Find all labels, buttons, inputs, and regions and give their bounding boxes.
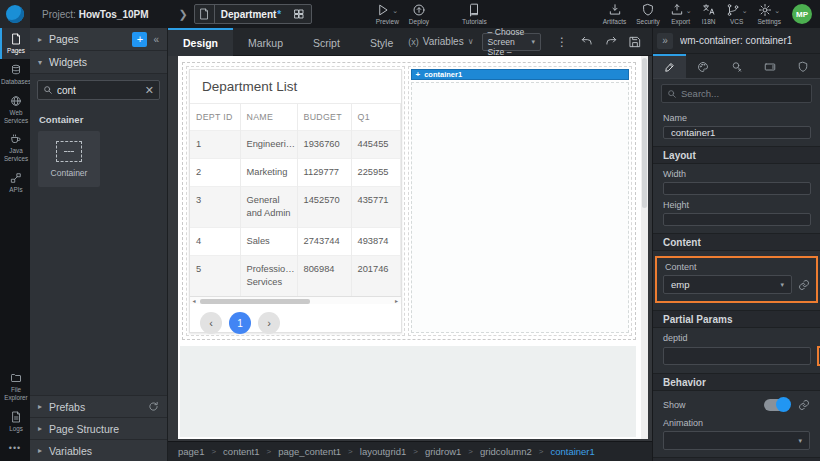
tab-properties[interactable] [653, 54, 686, 78]
bind-show-icon[interactable] [798, 399, 810, 411]
page-structure-section-header[interactable]: ▸ Page Structure [30, 417, 167, 439]
properties-search[interactable] [661, 84, 812, 103]
column-header[interactable]: NAME [240, 104, 297, 131]
user-avatar[interactable]: MP [792, 4, 812, 24]
rail-item-java-services[interactable]: Java Services [0, 128, 30, 167]
table-row[interactable]: 2Marketing1129777225955 [190, 159, 400, 187]
width-input[interactable] [663, 182, 811, 195]
collapse-panel-icon[interactable]: « [153, 34, 159, 45]
breadcrumb-item-page1[interactable]: page1 [178, 446, 204, 457]
widgets-section-header[interactable]: ▾ Widgets [30, 51, 167, 74]
variables-section-header[interactable]: ▸ Variables [30, 439, 167, 461]
modified-indicator: * [277, 9, 281, 20]
more-options-icon[interactable]: ••• [0, 437, 30, 461]
column-header[interactable]: Q1 [351, 104, 400, 131]
container-widget-tile[interactable]: Container [38, 131, 100, 187]
behavior-section-header: Behavior [653, 373, 820, 391]
add-page-button[interactable]: + [132, 32, 147, 47]
widget-search-input[interactable] [57, 85, 145, 96]
properties-search-input[interactable] [681, 88, 806, 99]
selected-container-header[interactable]: + container1 [411, 69, 630, 80]
page-grid-icon[interactable] [287, 8, 311, 20]
department-table-widget[interactable]: Department List DEPT ID NAME BUDGET [189, 69, 402, 333]
canvas-vertical-scrollbar[interactable] [641, 56, 648, 439]
pages-section-header[interactable]: ▸ Pages + « [30, 28, 167, 51]
prefabs-section-header[interactable]: ▸ Prefabs [30, 395, 167, 417]
i18n-button[interactable]: I18N [702, 3, 716, 25]
variables-dropdown[interactable]: (x) Variables ∨ [408, 36, 473, 47]
rail-item-pages[interactable]: Pages [0, 28, 30, 59]
upload-icon [670, 3, 684, 17]
table-horizontal-scrollbar[interactable]: ◂ ▸ [190, 296, 401, 304]
tab-security[interactable] [787, 54, 820, 78]
rail-item-web-services[interactable]: Web Services [0, 90, 30, 129]
rail-item-databases[interactable]: Databases [0, 59, 30, 90]
tab-style[interactable]: Style [355, 28, 408, 56]
scrollbar-thumb[interactable] [642, 58, 647, 208]
redo-button[interactable] [604, 35, 618, 49]
column-header[interactable]: DEPT ID [190, 104, 240, 131]
redo-icon [604, 35, 618, 49]
breadcrumb-item-content1[interactable]: content1 [223, 446, 259, 457]
breadcrumb-item-page-content1[interactable]: page_content1 [278, 446, 341, 457]
column-header[interactable]: BUDGET [297, 104, 351, 131]
preview-button[interactable]: ⌄ Preview [376, 3, 399, 25]
show-toggle[interactable] [764, 399, 790, 411]
refresh-icon[interactable] [148, 401, 159, 412]
save-button[interactable] [628, 35, 642, 49]
app-logo[interactable] [0, 0, 30, 28]
data-table[interactable]: DEPT ID NAME BUDGET Q1 1Engineer [190, 104, 401, 296]
tab-markup[interactable]: Markup [233, 28, 298, 56]
rail-item-file-explorer[interactable]: File Explorer [0, 367, 30, 406]
tab-styles[interactable] [686, 54, 719, 78]
tab-events[interactable] [720, 54, 753, 78]
scrollbar-thumb[interactable] [200, 299, 310, 304]
pagination-prev-button[interactable]: ‹ [200, 312, 222, 334]
tab-design[interactable]: Design [168, 28, 233, 56]
more-menu-icon[interactable]: ⋮ [556, 35, 568, 49]
rail-item-apis[interactable]: APIs [0, 167, 30, 198]
breadcrumb-item-layoutgrid1[interactable]: layoutgrid1 [360, 446, 406, 457]
pages-icon [10, 33, 22, 45]
table-row[interactable]: 1Engineeri…1936760445455 [190, 131, 400, 159]
topbar-tools: ⌄ Preview Deploy Tutorials Artifacts Sec… [371, 3, 820, 25]
breadcrumb-item-gridcolumn2[interactable]: gridcolumn2 [480, 446, 532, 457]
pagination-next-button[interactable]: › [258, 312, 280, 334]
page-canvas[interactable]: Department List DEPT ID NAME BUDGET [178, 56, 648, 439]
bind-content-icon[interactable] [798, 279, 810, 291]
export-button[interactable]: ⌄ Export [670, 3, 692, 25]
table-row[interactable]: 3General and Admin1452570435771 [190, 187, 400, 228]
table-row[interactable]: 5Professio… Services806984201746 [190, 256, 400, 297]
clear-search-icon[interactable]: ✕ [145, 84, 154, 97]
gridcolumn1[interactable]: Department List DEPT ID NAME BUDGET [186, 66, 405, 336]
settings-button[interactable]: ⌄ Settings [758, 3, 782, 25]
rail-item-logs[interactable]: Logs [0, 406, 30, 437]
security-button[interactable]: Security [636, 3, 659, 25]
height-input[interactable] [663, 213, 811, 226]
deptid-input[interactable] [663, 347, 811, 365]
widget-search[interactable]: ✕ [37, 80, 160, 100]
tab-device[interactable] [753, 54, 786, 78]
scroll-left-arrow-icon[interactable]: ◂ [190, 297, 198, 304]
container1-content-area[interactable] [411, 82, 630, 333]
globe-icon [10, 95, 22, 107]
scroll-right-arrow-icon[interactable]: ▸ [393, 297, 401, 304]
page-selector[interactable]: Department* [194, 4, 312, 24]
vcs-button[interactable]: ⌄ VCS [726, 3, 748, 25]
layoutgrid1[interactable]: Department List DEPT ID NAME BUDGET [182, 62, 636, 340]
breadcrumb-item-gridrow1[interactable]: gridrow1 [425, 446, 461, 457]
animation-select[interactable]: ▾ [663, 431, 810, 450]
breadcrumb-item-container1[interactable]: container1 [550, 446, 594, 457]
tab-script[interactable]: Script [298, 28, 355, 56]
collapse-right-panel-icon[interactable]: » [657, 33, 673, 49]
gridcolumn2[interactable]: + container1 [408, 66, 633, 336]
undo-button[interactable] [580, 35, 594, 49]
artifacts-button[interactable]: Artifacts [603, 3, 626, 25]
pagination-page-1[interactable]: 1 [229, 312, 251, 334]
tutorials-button[interactable]: Tutorials [462, 3, 487, 25]
content-select[interactable]: emp ▾ [663, 275, 792, 294]
deploy-button[interactable]: Deploy [409, 3, 429, 25]
table-row[interactable]: 4Sales2743744493874 [190, 228, 400, 256]
name-input[interactable] [663, 126, 811, 139]
screen-size-select[interactable]: – Choose Screen Size – ▾ [482, 33, 541, 51]
